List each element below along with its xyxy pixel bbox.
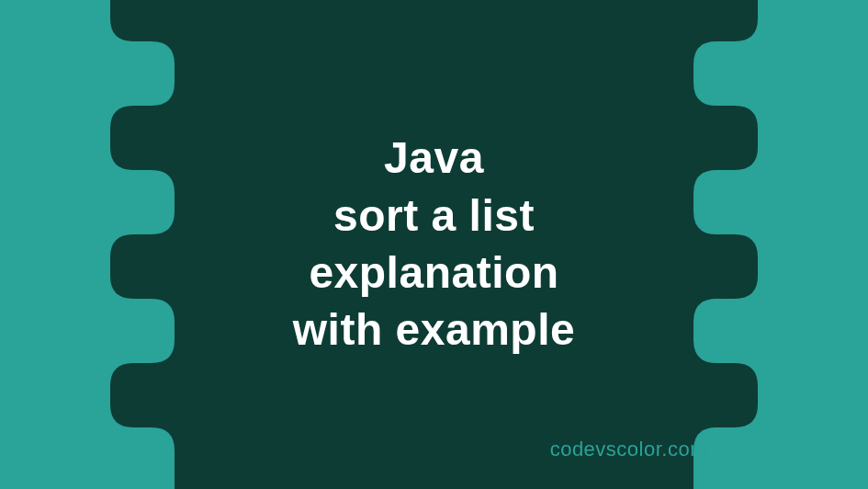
watermark-text: codevscolor.com: [550, 438, 707, 461]
title-line-3: explanation: [293, 244, 575, 301]
title-content: Java sort a list explanation with exampl…: [293, 130, 575, 359]
title-line-4: with example: [293, 301, 575, 358]
title-line-1: Java: [293, 130, 575, 187]
banner-container: Java sort a list explanation with exampl…: [0, 0, 868, 489]
title-line-2: sort a list: [293, 188, 575, 244]
